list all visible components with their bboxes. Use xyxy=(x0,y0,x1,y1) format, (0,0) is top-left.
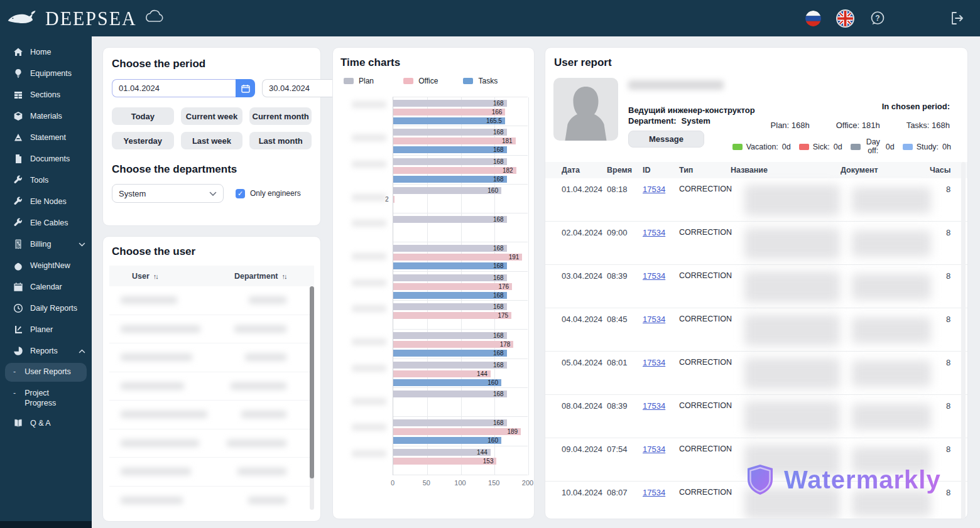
sidebar-item-calendar[interactable]: Calendar xyxy=(0,276,92,298)
department-label: Department: xyxy=(628,116,677,126)
user-department-blurred xyxy=(245,353,286,361)
day-legend-value: 0d xyxy=(782,143,791,151)
id-link[interactable]: 17534 xyxy=(643,358,665,367)
user-list-row-blurred[interactable] xyxy=(109,315,314,344)
user-avatar[interactable] xyxy=(902,3,932,34)
document-blob xyxy=(852,274,931,300)
report-table-header: ДатаВремяIDТипНазваниеДокументЧасы xyxy=(545,162,967,178)
user-list-row-blurred[interactable] xyxy=(109,429,314,458)
user-list-row-blurred[interactable] xyxy=(109,343,314,372)
cell-date: 04.04.2024 xyxy=(562,308,607,351)
flag-ru-icon[interactable] xyxy=(805,11,821,26)
bar-value-label: 178 xyxy=(500,341,511,348)
id-link[interactable]: 17534 xyxy=(643,488,665,497)
sidebar-item-planer[interactable]: Planer xyxy=(0,319,92,340)
sidebar-item-materials[interactable]: Materials xyxy=(0,105,92,127)
bar-value-label: 168 xyxy=(493,216,504,223)
only-engineers-checkbox-row[interactable]: ✓ Only engineers xyxy=(236,189,301,198)
chart-category-label-blurred xyxy=(352,398,386,405)
sidebar-item-equipments[interactable]: Equipments xyxy=(0,63,92,84)
cell-time: 07:54 xyxy=(607,438,643,481)
sidebar-item-q-a[interactable]: Q & A xyxy=(0,412,92,434)
user-list-row-blurred[interactable] xyxy=(109,487,314,510)
cell-document-blurred xyxy=(841,178,930,221)
user-column-sort[interactable]: User ↑↓ xyxy=(109,272,212,281)
cell-id: 17534 xyxy=(643,438,679,481)
sidebar-item-label: Ele Cables xyxy=(30,218,68,227)
x-tick-label: 50 xyxy=(423,479,430,487)
user-list-blurred[interactable] xyxy=(109,286,314,510)
scrollbar-thumb[interactable] xyxy=(310,286,314,478)
column-header-: Документ xyxy=(841,166,930,175)
logo[interactable]: DEEPSEA xyxy=(6,6,165,30)
chart-category-label-blurred xyxy=(352,220,386,227)
sidebar-item-documents[interactable]: Documents xyxy=(0,148,92,170)
sidebar-item-daily-reports[interactable]: Daily Reports xyxy=(0,298,92,319)
current-week-button[interactable]: Current week xyxy=(181,107,243,125)
user-name-blurred xyxy=(121,325,200,333)
chart-bar-office: 189 xyxy=(393,428,521,435)
sidebar-item-tools[interactable]: Tools xyxy=(0,170,92,191)
sidebar-footer-strip[interactable] xyxy=(0,521,92,528)
sidebar-item-ele-cables[interactable]: Ele Cables xyxy=(0,212,92,234)
chart-bar-plan: 168 xyxy=(393,391,507,397)
cell-name-blurred xyxy=(731,222,841,264)
sidebar: HomeEquipmentsSectionsMaterialsStatement… xyxy=(0,36,92,528)
chart-bar-office: 2 xyxy=(393,196,395,203)
last-week-button[interactable]: Last week xyxy=(181,132,243,149)
bar-value-label: 144 xyxy=(477,370,487,377)
yesterday-button[interactable]: Yesterday xyxy=(112,132,174,149)
bar-value-label: 181 xyxy=(502,137,513,144)
departments-title: Choose the departments xyxy=(112,163,312,176)
report-table-scrollbar[interactable] xyxy=(961,162,966,519)
last-month-button[interactable]: Last month xyxy=(249,132,312,149)
sidebar-item-user-reports[interactable]: -User Reports xyxy=(5,363,87,382)
period-title: Choose the period xyxy=(112,58,312,70)
cell-id: 17534 xyxy=(643,222,679,264)
sidebar-item-reports[interactable]: Reports xyxy=(0,340,92,362)
id-link[interactable]: 17534 xyxy=(643,228,665,237)
sidebar-item-weightnew[interactable]: WeightNew xyxy=(0,255,92,276)
cell-date: 10.04.2024 xyxy=(562,482,607,519)
table-row: 02.04.202409:0017534CORRECTION8 xyxy=(545,222,967,265)
user-list-row-blurred[interactable] xyxy=(109,372,314,401)
current-month-button[interactable]: Current month xyxy=(249,107,312,125)
sidebar-item-ele-nodes[interactable]: Ele Nodes xyxy=(0,191,92,212)
day-legend-label: Day off: xyxy=(864,138,882,156)
id-link[interactable]: 17534 xyxy=(643,315,665,324)
today-button[interactable]: Today xyxy=(112,107,174,125)
document-blob xyxy=(852,360,931,387)
day-legend-swatch xyxy=(799,144,809,150)
department-column-sort[interactable]: Department ↑↓ xyxy=(212,272,314,281)
logout-icon[interactable] xyxy=(949,10,965,26)
user-list-row-blurred[interactable] xyxy=(109,286,314,315)
date-from-calendar-button[interactable] xyxy=(236,79,255,97)
sub-item-dash: - xyxy=(13,367,16,377)
id-link[interactable]: 17534 xyxy=(643,271,665,281)
sidebar-item-home[interactable]: Home xyxy=(0,41,92,63)
sidebar-item-statement[interactable]: Statement xyxy=(0,127,92,148)
user-list-row-blurred[interactable] xyxy=(109,458,314,487)
date-from-input[interactable] xyxy=(112,79,236,97)
id-link[interactable]: 17534 xyxy=(643,444,665,454)
sidebar-item-label: Materials xyxy=(30,112,62,121)
id-link[interactable]: 17534 xyxy=(643,185,665,194)
period-stats: Plan: 168hOffice: 181hTasks: 168h xyxy=(771,121,950,130)
user-department-blurred xyxy=(227,439,286,447)
user-list-row-blurred[interactable] xyxy=(109,401,314,429)
bar-value-label: 160 xyxy=(487,379,498,386)
id-link[interactable]: 17534 xyxy=(643,401,665,411)
report-position: Ведущий инженер-конструктор xyxy=(628,105,755,115)
help-icon[interactable]: ? xyxy=(869,10,886,26)
sidebar-item-billing[interactable]: Billing xyxy=(0,234,92,255)
sidebar-item-sections[interactable]: Sections xyxy=(0,84,92,105)
department-select[interactable]: System xyxy=(112,184,224,203)
cell-id: 17534 xyxy=(643,352,679,394)
flag-en-icon[interactable] xyxy=(837,11,853,26)
day-legend-label: Vacation: xyxy=(746,143,778,151)
checkbox-checked-icon[interactable]: ✓ xyxy=(236,189,245,198)
sidebar-item-project-progress[interactable]: -Project Progress xyxy=(0,384,92,412)
choose-period-panel: Choose the period TodayCurrent weekCurre… xyxy=(102,47,321,226)
user-list-scrollbar[interactable] xyxy=(310,286,314,510)
message-button[interactable]: Message xyxy=(628,131,704,148)
